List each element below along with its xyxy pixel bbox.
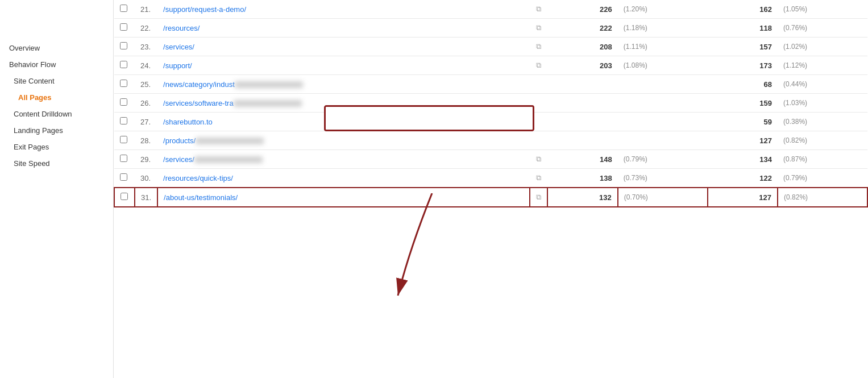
- pageviews-percent: (1.20%): [618, 0, 708, 19]
- row-number: 29.: [135, 150, 157, 169]
- blurred-url-suffix: [196, 138, 264, 144]
- blurred-url-suffix: [234, 100, 302, 107]
- row-checkbox[interactable]: [120, 136, 127, 143]
- pageviews-value: [547, 131, 617, 150]
- copy-icon[interactable]: [530, 131, 547, 150]
- pageviews-value: [547, 75, 617, 94]
- unique-pageviews-value: 127: [708, 188, 778, 207]
- copy-icon[interactable]: ⧉: [530, 188, 547, 207]
- row-checkbox[interactable]: [120, 98, 127, 106]
- pageviews-percent: [618, 94, 708, 113]
- unique-pageviews-percent: (0.44%): [778, 75, 867, 94]
- unique-pageviews-value: 59: [708, 113, 778, 131]
- page-url[interactable]: /news/category/indust: [157, 75, 530, 94]
- unique-pageviews-percent: (1.02%): [778, 38, 867, 56]
- copy-icon[interactable]: ⧉: [530, 150, 547, 169]
- unique-pageviews-value: 134: [708, 150, 778, 169]
- sidebar-item-site-speed[interactable]: Site Speed: [0, 155, 113, 172]
- sidebar: Overview Behavior Flow Site Content All …: [0, 0, 114, 378]
- sidebar-item-overview[interactable]: Overview: [0, 40, 113, 56]
- page-url[interactable]: /support/: [157, 56, 530, 75]
- page-url[interactable]: /resources/: [157, 19, 530, 38]
- row-number: 28.: [135, 131, 157, 150]
- page-url[interactable]: /services/: [157, 150, 530, 169]
- unique-pageviews-value: 159: [708, 94, 778, 113]
- row-number: 22.: [135, 19, 157, 38]
- row-checkbox[interactable]: [120, 5, 127, 12]
- table-row: 21./support/request-a-demo/⧉226(1.20%)16…: [114, 0, 867, 19]
- copy-icon[interactable]: [530, 94, 547, 113]
- page-url[interactable]: /services/software-tra: [157, 94, 530, 113]
- table-row: 29./services/⧉148(0.79%)134(0.87%): [114, 150, 867, 169]
- sidebar-item-content-drilldown[interactable]: Content Drilldown: [0, 106, 113, 122]
- unique-pageviews-percent: (0.76%): [778, 19, 867, 38]
- row-number: 25.: [135, 75, 157, 94]
- sidebar-section-audience: [0, 6, 113, 17]
- table-row: 28./products/127(0.82%): [114, 131, 867, 150]
- table-row: 22./resources/⧉222(1.18%)118(0.76%): [114, 19, 867, 38]
- page-url[interactable]: /products/: [157, 131, 530, 150]
- unique-pageviews-percent: (1.05%): [778, 0, 867, 19]
- table-row: 27./sharebutton.to59(0.38%): [114, 113, 867, 131]
- pageviews-value: 226: [547, 0, 617, 19]
- copy-icon[interactable]: ⧉: [530, 38, 547, 56]
- pageviews-value: 222: [547, 19, 617, 38]
- sidebar-item-site-content[interactable]: Site Content: [0, 73, 113, 89]
- row-checkbox[interactable]: [120, 23, 127, 31]
- page-url[interactable]: /services/: [157, 38, 530, 56]
- unique-pageviews-value: 127: [708, 131, 778, 150]
- sidebar-item-landing-pages[interactable]: Landing Pages: [0, 122, 113, 139]
- page-url[interactable]: /support/request-a-demo/: [157, 0, 530, 19]
- row-checkbox[interactable]: [120, 42, 127, 49]
- page-url[interactable]: /sharebutton.to: [157, 113, 530, 131]
- table-row: 25./news/category/indust68(0.44%): [114, 75, 867, 94]
- pageviews-value: 148: [547, 150, 617, 169]
- unique-pageviews-value: 162: [708, 0, 778, 19]
- row-checkbox[interactable]: [120, 80, 127, 87]
- copy-icon[interactable]: [530, 113, 547, 131]
- pageviews-percent: (1.08%): [618, 56, 708, 75]
- row-checkbox[interactable]: [120, 117, 127, 124]
- unique-pageviews-value: 122: [708, 169, 778, 188]
- unique-pageviews-value: 173: [708, 56, 778, 75]
- table-row: 30./resources/quick-tips/⧉138(0.73%)122(…: [114, 169, 867, 188]
- pageviews-value: [547, 113, 617, 131]
- copy-icon[interactable]: ⧉: [530, 0, 547, 19]
- row-number: 30.: [135, 169, 157, 188]
- unique-pageviews-percent: (0.82%): [778, 188, 867, 207]
- row-checkbox[interactable]: [120, 155, 127, 162]
- table-row: 23./services/⧉208(1.11%)157(1.02%): [114, 38, 867, 56]
- main-content: 21./support/request-a-demo/⧉226(1.20%)16…: [114, 0, 868, 378]
- pages-table: 21./support/request-a-demo/⧉226(1.20%)16…: [114, 0, 868, 207]
- unique-pageviews-percent: (0.38%): [778, 113, 867, 131]
- row-checkbox[interactable]: [121, 193, 128, 200]
- sidebar-item-behavior-flow[interactable]: Behavior Flow: [0, 56, 113, 73]
- row-number: 31.: [135, 188, 157, 207]
- sidebar-item-exit-pages[interactable]: Exit Pages: [0, 139, 113, 155]
- sidebar-section-behavior: [0, 28, 113, 40]
- pageviews-value: 203: [547, 56, 617, 75]
- pageviews-percent: [618, 113, 708, 131]
- pageviews-value: 208: [547, 38, 617, 56]
- unique-pageviews-percent: (0.87%): [778, 150, 867, 169]
- row-checkbox[interactable]: [120, 61, 127, 68]
- row-number: 21.: [135, 0, 157, 19]
- pageviews-percent: (0.79%): [618, 150, 708, 169]
- row-checkbox[interactable]: [120, 173, 127, 181]
- page-url[interactable]: /resources/quick-tips/: [157, 169, 530, 188]
- sidebar-item-all-pages[interactable]: All Pages: [0, 89, 113, 106]
- pageviews-percent: (0.73%): [618, 169, 708, 188]
- page-url[interactable]: /about-us/testimonials/: [157, 188, 530, 207]
- unique-pageviews-percent: (1.12%): [778, 56, 867, 75]
- copy-icon[interactable]: [530, 75, 547, 94]
- copy-icon[interactable]: ⧉: [530, 56, 547, 75]
- sidebar-section-acquisition: [0, 17, 113, 28]
- pageviews-value: 138: [547, 169, 617, 188]
- copy-icon[interactable]: ⧉: [530, 169, 547, 188]
- pageviews-value: 132: [547, 188, 617, 207]
- table-row: 31./about-us/testimonials/⧉132(0.70%)127…: [114, 188, 867, 207]
- pageviews-value: [547, 94, 617, 113]
- unique-pageviews-value: 118: [708, 19, 778, 38]
- annotation-arrow: [387, 193, 477, 307]
- copy-icon[interactable]: ⧉: [530, 19, 547, 38]
